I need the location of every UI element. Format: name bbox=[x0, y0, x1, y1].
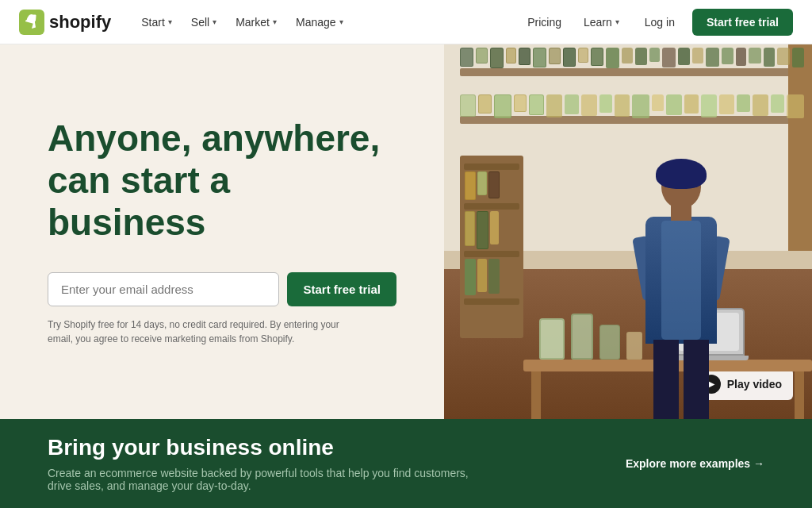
jar-item bbox=[578, 48, 588, 63]
nav-left: Start ▾ Sell ▾ Market ▾ Manage ▾ bbox=[133, 11, 519, 33]
jar-item bbox=[678, 48, 690, 65]
jar-item bbox=[635, 48, 647, 65]
jar-item bbox=[749, 48, 760, 64]
sell-chevron-icon: ▾ bbox=[213, 17, 216, 26]
hero-title: Anyone, anywhere, can start a business bbox=[48, 117, 396, 244]
jar-item bbox=[490, 48, 504, 68]
bottom-title: Bring your business online bbox=[48, 435, 492, 460]
jars-mid-row bbox=[460, 94, 804, 118]
jar-item bbox=[736, 48, 746, 66]
hero-right: ▶ Play video bbox=[444, 44, 812, 419]
bottom-description: Create an ecommerce website backed by po… bbox=[48, 467, 492, 492]
jar-item bbox=[599, 94, 613, 113]
jars-top-row bbox=[460, 48, 804, 68]
jar-item bbox=[581, 94, 597, 116]
shelf-top bbox=[460, 68, 804, 76]
hero-left: Anyone, anywhere, can start a business S… bbox=[0, 44, 444, 419]
login-label: Log in bbox=[645, 16, 675, 29]
jar-item bbox=[514, 94, 527, 112]
jar-item bbox=[787, 94, 804, 118]
hero-disclaimer: Try Shopify free for 14 days, no credit … bbox=[48, 318, 365, 346]
jar-item bbox=[666, 94, 682, 115]
jar-item bbox=[606, 48, 619, 68]
nav-right: Pricing Learn ▾ Log in Start free trial bbox=[519, 9, 793, 36]
jar-item bbox=[771, 94, 785, 113]
market-label: Market bbox=[236, 16, 270, 29]
jar-item bbox=[529, 94, 544, 115]
nav-item-manage[interactable]: Manage ▾ bbox=[288, 11, 351, 33]
jar-item bbox=[494, 94, 511, 118]
jar-item bbox=[622, 48, 633, 64]
jar-item bbox=[737, 94, 750, 112]
jar-item bbox=[519, 48, 530, 65]
market-chevron-icon: ▾ bbox=[273, 17, 277, 26]
jar-item bbox=[722, 48, 733, 64]
learn-label: Learn bbox=[584, 16, 612, 29]
jar-item bbox=[549, 48, 560, 64]
jar-item bbox=[632, 94, 649, 118]
manage-label: Manage bbox=[296, 16, 336, 29]
jar-item bbox=[591, 48, 603, 66]
nav-cta-button[interactable]: Start free trial bbox=[692, 9, 793, 36]
person-figure bbox=[645, 165, 717, 419]
nav-item-market[interactable]: Market ▾ bbox=[228, 11, 285, 33]
jar-item bbox=[684, 94, 699, 114]
start-chevron-icon: ▾ bbox=[168, 17, 172, 26]
jar-item bbox=[649, 48, 660, 62]
manage-chevron-icon: ▾ bbox=[339, 17, 343, 26]
sell-label: Sell bbox=[191, 16, 209, 29]
jar-item bbox=[546, 94, 563, 117]
login-button[interactable]: Log in bbox=[634, 11, 686, 33]
bottom-section: Bring your business online Create an eco… bbox=[0, 419, 812, 508]
table-items bbox=[539, 314, 642, 360]
email-input[interactable] bbox=[48, 272, 279, 306]
jar-item bbox=[719, 94, 734, 114]
jar-item bbox=[777, 48, 790, 65]
jar-item bbox=[753, 94, 768, 116]
pricing-label: Pricing bbox=[527, 16, 561, 29]
hero-cta-button[interactable]: Start free trial bbox=[287, 272, 396, 306]
explore-link[interactable]: Explore more examples → bbox=[626, 457, 764, 470]
jar-item bbox=[460, 48, 473, 67]
jar-item bbox=[701, 94, 718, 117]
jar-item bbox=[615, 94, 630, 117]
jar-item bbox=[792, 48, 804, 67]
bottom-content: Bring your business online Create an eco… bbox=[48, 435, 492, 492]
navbar: shopify Start ▾ Sell ▾ Market ▾ Manage ▾… bbox=[0, 0, 812, 44]
jar-item bbox=[563, 48, 576, 67]
jar-item bbox=[478, 94, 492, 114]
jar-item bbox=[764, 48, 775, 67]
hero-section: Anyone, anywhere, can start a business S… bbox=[0, 44, 812, 419]
jar-item bbox=[652, 94, 665, 111]
hero-image: ▶ Play video bbox=[444, 44, 812, 419]
shopify-logo-icon bbox=[19, 10, 44, 35]
nav-item-sell[interactable]: Sell ▾ bbox=[183, 11, 224, 33]
nav-item-learn[interactable]: Learn ▾ bbox=[576, 11, 627, 33]
jar-item bbox=[662, 48, 675, 67]
jar-item bbox=[460, 94, 476, 117]
right-shelving bbox=[788, 44, 812, 251]
nav-item-pricing[interactable]: Pricing bbox=[519, 11, 569, 33]
logo[interactable]: shopify bbox=[19, 10, 111, 35]
learn-chevron-icon: ▾ bbox=[615, 17, 619, 26]
jar-item bbox=[692, 48, 703, 64]
jar-item bbox=[533, 48, 546, 67]
hero-form: Start free trial bbox=[48, 272, 396, 306]
jar-item bbox=[476, 48, 487, 64]
start-label: Start bbox=[141, 16, 165, 29]
nav-item-start[interactable]: Start ▾ bbox=[133, 11, 180, 33]
jar-item bbox=[706, 48, 719, 67]
jar-item bbox=[565, 94, 579, 114]
jar-item bbox=[506, 48, 516, 64]
play-video-label: Play video bbox=[727, 378, 782, 391]
side-shelving bbox=[460, 156, 523, 338]
brand-name: shopify bbox=[49, 12, 111, 33]
